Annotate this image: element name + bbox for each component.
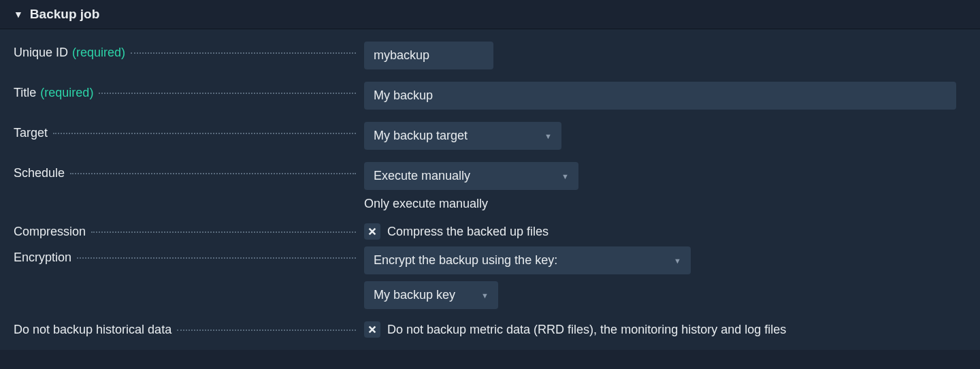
schedule-select-value: Execute manually bbox=[374, 169, 470, 183]
value-col: My backup target ▼ bbox=[364, 122, 966, 150]
required-marker: (required) bbox=[40, 86, 93, 100]
dots-filler bbox=[131, 52, 356, 54]
chevron-down-icon: ▼ bbox=[481, 291, 489, 300]
encryption-select[interactable]: Encrypt the backup using the key: ▼ bbox=[364, 246, 691, 274]
encryption-key-value: My backup key bbox=[374, 288, 455, 302]
value-col: Execute manually ▼ Only execute manually bbox=[364, 162, 966, 211]
dots-filler bbox=[99, 93, 356, 94]
row-unique-id: Unique ID (required) bbox=[14, 42, 966, 69]
required-marker: (required) bbox=[72, 46, 125, 60]
dots-filler bbox=[91, 231, 356, 233]
dots-filler bbox=[70, 173, 356, 174]
row-target: Target My backup target ▼ bbox=[14, 122, 966, 150]
label-col: Encryption bbox=[14, 246, 364, 265]
chevron-down-icon: ▼ bbox=[674, 257, 681, 265]
historical-checkbox[interactable] bbox=[364, 321, 380, 338]
row-schedule: Schedule Execute manually ▼ Only execute… bbox=[14, 162, 966, 211]
target-select[interactable]: My backup target ▼ bbox=[364, 122, 561, 150]
label-historical: Do not backup historical data bbox=[14, 323, 172, 337]
dots-filler bbox=[177, 330, 356, 331]
compression-checkbox-label: Compress the backed up files bbox=[387, 225, 549, 239]
value-col bbox=[364, 82, 966, 110]
historical-checkbox-row: Do not backup metric data (RRD files), t… bbox=[364, 321, 966, 338]
label-encryption: Encryption bbox=[14, 251, 71, 265]
label-schedule: Schedule bbox=[14, 166, 65, 180]
x-mark-icon bbox=[368, 227, 377, 236]
label-col: Target bbox=[14, 122, 364, 140]
label-col: Unique ID (required) bbox=[14, 42, 364, 60]
row-title: Title (required) bbox=[14, 82, 966, 110]
target-select-value: My backup target bbox=[374, 129, 468, 143]
value-col: Do not backup metric data (RRD files), t… bbox=[364, 321, 966, 338]
label-target: Target bbox=[14, 126, 48, 140]
unique-id-input[interactable] bbox=[364, 42, 493, 69]
dots-filler bbox=[77, 257, 356, 259]
x-mark-icon bbox=[368, 325, 377, 334]
label-unique-id: Unique ID bbox=[14, 46, 68, 60]
label-title: Title bbox=[14, 86, 36, 100]
value-col: Compress the backed up files bbox=[364, 223, 966, 240]
value-col: Encrypt the backup using the key: ▼ My b… bbox=[364, 246, 966, 309]
row-encryption: Encryption Encrypt the backup using the … bbox=[14, 246, 966, 309]
form-body: Unique ID (required) Title (required) Ta… bbox=[0, 29, 980, 350]
section-header[interactable]: ▼ Backup job bbox=[0, 0, 980, 29]
dots-filler bbox=[53, 133, 356, 134]
compression-checkbox[interactable] bbox=[364, 223, 380, 240]
chevron-down-icon: ▼ bbox=[544, 132, 552, 140]
label-col: Compression bbox=[14, 223, 364, 239]
schedule-select[interactable]: Execute manually ▼ bbox=[364, 162, 578, 190]
label-compression: Compression bbox=[14, 225, 86, 239]
encryption-select-value: Encrypt the backup using the key: bbox=[374, 253, 557, 268]
backup-job-section: ▼ Backup job Unique ID (required) Title … bbox=[0, 0, 980, 350]
row-historical: Do not backup historical data Do not bac… bbox=[14, 321, 966, 338]
encryption-key-select[interactable]: My backup key ▼ bbox=[364, 281, 498, 309]
historical-checkbox-label: Do not backup metric data (RRD files), t… bbox=[387, 323, 786, 337]
label-col: Title (required) bbox=[14, 82, 364, 100]
compression-checkbox-row: Compress the backed up files bbox=[364, 223, 966, 240]
label-col: Schedule bbox=[14, 162, 364, 180]
section-title: Backup job bbox=[30, 7, 99, 22]
value-col bbox=[364, 42, 966, 69]
chevron-down-icon: ▼ bbox=[561, 172, 569, 180]
row-compression: Compression Compress the backed up files bbox=[14, 223, 966, 240]
label-col: Do not backup historical data bbox=[14, 321, 364, 337]
title-input[interactable] bbox=[364, 82, 956, 110]
schedule-hint: Only execute manually bbox=[364, 197, 966, 211]
collapse-triangle-icon: ▼ bbox=[14, 9, 23, 20]
